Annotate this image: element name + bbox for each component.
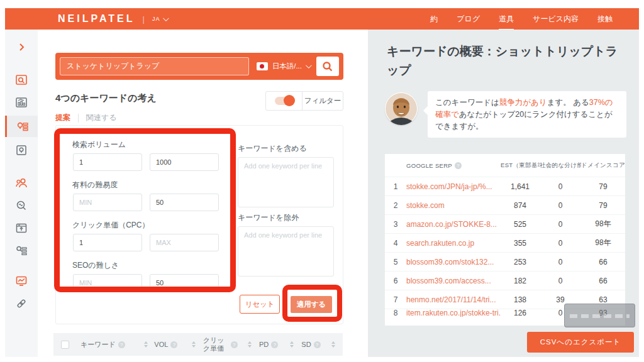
exclude-keywords-textarea[interactable] bbox=[238, 226, 334, 277]
keyword-overview-panel: キーワードの概要：ショットトリップトラップ このキーワードは競争力があります。 … bbox=[368, 30, 639, 357]
sidebar-item-keyword-analyzer[interactable] bbox=[5, 196, 38, 215]
nav-item-services[interactable]: サービス内容 bbox=[533, 14, 579, 25]
keyword-analyzer-icon bbox=[15, 199, 28, 212]
sidebar-item-content-ideas[interactable] bbox=[5, 141, 38, 160]
column-vol[interactable]: VOL bbox=[154, 341, 168, 348]
serp-row: 6 blossom39.com/access... 182 0 66 bbox=[385, 271, 625, 290]
logo-divider: | bbox=[143, 14, 145, 24]
tool-sidebar bbox=[5, 30, 38, 357]
tab-divider bbox=[78, 114, 79, 123]
advice-bubble: このキーワードは競争力があります。 ある37%の確率であなたがトップ20にランク… bbox=[428, 91, 626, 138]
serp-link[interactable]: blossom39.com/access... bbox=[406, 277, 501, 285]
apply-button[interactable]: 適用する bbox=[291, 296, 332, 313]
select-all-checkbox[interactable] bbox=[61, 341, 69, 349]
include-keywords-label: キーワードを含める bbox=[238, 143, 307, 154]
traffic-chart-icon bbox=[15, 96, 28, 109]
cpc-min-input[interactable] bbox=[73, 234, 142, 251]
export-csv-button[interactable]: CSVへのエクスポート bbox=[527, 332, 634, 353]
column-cpc[interactable]: クリック単価 bbox=[203, 336, 228, 352]
rank-tracking-icon bbox=[15, 275, 28, 287]
nav-item-tools[interactable]: 道具 bbox=[499, 14, 514, 25]
language-code: JA bbox=[152, 16, 160, 22]
sort-icon[interactable] bbox=[248, 341, 252, 348]
tab-related[interactable]: 関連する bbox=[86, 112, 117, 123]
sidebar-expand-button[interactable] bbox=[5, 38, 38, 57]
help-icon[interactable]: ? bbox=[118, 341, 125, 348]
column-pd[interactable]: PD bbox=[259, 341, 269, 348]
chevron-down-icon bbox=[163, 15, 169, 21]
volume-max-input[interactable] bbox=[150, 153, 219, 171]
keyword-search-bar: 日本語/... bbox=[55, 53, 343, 80]
sidebar-item-rank-tracking[interactable] bbox=[5, 272, 38, 290]
column-social-shares: 社会的な分け前 bbox=[540, 162, 581, 170]
reset-button[interactable]: リセット bbox=[240, 295, 280, 314]
neilpatel-logo[interactable]: NEILPATEL bbox=[58, 13, 135, 25]
paid-difficulty-min-input[interactable] bbox=[73, 194, 142, 211]
sidebar-item-competitor-analysis[interactable] bbox=[5, 173, 38, 192]
advice-text: このキーワードは bbox=[435, 98, 499, 107]
include-keywords-textarea[interactable] bbox=[238, 157, 334, 207]
seo-difficulty-max-input[interactable] bbox=[150, 274, 219, 292]
results-table-header: キーワード ? VOL ? クリック単価 ? PD ? SD ? bbox=[53, 333, 343, 356]
sidebar-item-domain-overview[interactable] bbox=[5, 70, 38, 89]
competitors-icon bbox=[15, 177, 28, 189]
help-icon[interactable]: ? bbox=[455, 162, 462, 169]
column-sd[interactable]: SD bbox=[301, 341, 311, 348]
search-language-select[interactable]: 日本語/... bbox=[272, 62, 302, 71]
volume-min-input[interactable] bbox=[73, 153, 142, 171]
nav-item-about[interactable]: 約 bbox=[430, 14, 438, 25]
serp-link[interactable]: stokke.com/JPN/ja-jp/%... bbox=[406, 182, 501, 191]
seo-difficulty-min-input[interactable] bbox=[73, 274, 142, 292]
serp-link[interactable]: amazon.co.jp/STOKKE-8... bbox=[406, 220, 501, 229]
sidebar-item-keyword-lists[interactable] bbox=[5, 241, 38, 260]
nav-item-blog[interactable]: ブログ bbox=[457, 14, 480, 25]
avatar-photo bbox=[385, 92, 418, 125]
serp-link[interactable]: henmo.net/2017/11/14/tri... bbox=[406, 295, 501, 304]
serp-link[interactable]: stokke.com bbox=[406, 201, 501, 210]
serp-link[interactable]: search.rakuten.co.jp bbox=[406, 239, 501, 248]
serp-row: 3 amazon.co.jp/STOKKE-8... 525 0 98年 bbox=[385, 214, 625, 233]
sidebar-item-traffic-analyzer[interactable] bbox=[5, 93, 38, 112]
japan-flag-icon bbox=[257, 62, 268, 70]
sort-icon[interactable] bbox=[331, 341, 335, 348]
language-switcher[interactable]: JA bbox=[152, 16, 168, 22]
help-icon[interactable]: ? bbox=[271, 341, 278, 348]
help-icon[interactable]: ? bbox=[170, 341, 177, 348]
filter-toggle-group: フィルター bbox=[265, 91, 343, 111]
sidebar-item-top-pages[interactable] bbox=[5, 219, 38, 238]
column-keyword[interactable]: キーワード bbox=[80, 340, 116, 349]
sidebar-item-backlinks[interactable] bbox=[5, 294, 38, 313]
serp-table-header: GOOGLE SERP ? EST（東部基準 社会的な分け前 ドメインスコア bbox=[385, 154, 625, 177]
tab-suggestions[interactable]: 提案 bbox=[55, 112, 70, 123]
keyword-lists-icon bbox=[15, 244, 28, 257]
column-domain-score: ドメインスコア bbox=[581, 162, 625, 170]
filter-label-seo-difficulty: SEOの難しさ bbox=[72, 260, 119, 271]
filter-toggle[interactable] bbox=[266, 92, 303, 110]
advice-highlight: 競争力があり bbox=[499, 98, 547, 107]
section-title: 4つのキーワードの考え bbox=[55, 92, 157, 104]
top-nav-links: 約 ブログ 道具 サービス内容 接触 bbox=[430, 14, 639, 25]
sort-icon[interactable] bbox=[290, 341, 294, 348]
keyword-search-input[interactable] bbox=[60, 57, 249, 75]
ubersuggest-app: NEILPATEL | JA 約 ブログ 道具 サービス内容 接触 bbox=[0, 0, 644, 362]
chevron-right-icon bbox=[16, 42, 26, 52]
nav-item-contact[interactable]: 接触 bbox=[597, 14, 613, 25]
paid-difficulty-max-input[interactable] bbox=[150, 194, 219, 211]
keyword-ideas-panel: 日本語/... 4つのキーワードの考え フィルター 提案 関連する 検索ボリュー… bbox=[38, 30, 368, 357]
sort-icon[interactable] bbox=[144, 341, 148, 348]
google-serp-table: GOOGLE SERP ? EST（東部基準 社会的な分け前 ドメインスコア 1… bbox=[385, 154, 625, 326]
exclude-keywords-label: キーワードを除外 bbox=[238, 212, 299, 223]
search-button[interactable] bbox=[316, 57, 339, 76]
cpc-max-input[interactable] bbox=[150, 234, 219, 251]
help-icon[interactable]: ? bbox=[314, 341, 321, 348]
serp-link[interactable]: blossom39.com/stok132... bbox=[406, 258, 501, 266]
filter-button[interactable]: フィルター bbox=[303, 92, 343, 110]
serp-link[interactable]: item.rakuten.co.jp/stokke-tri... bbox=[406, 309, 501, 317]
search-icon bbox=[322, 61, 333, 72]
serp-row: 4 search.rakuten.co.jp 355 0 98年 bbox=[385, 233, 625, 252]
sidebar-item-keyword-ideas[interactable] bbox=[5, 116, 38, 137]
help-icon[interactable]: ? bbox=[231, 341, 238, 348]
content-ideas-icon bbox=[15, 144, 28, 156]
column-google-serp: GOOGLE SERP bbox=[406, 162, 452, 169]
sort-icon[interactable] bbox=[192, 341, 196, 348]
